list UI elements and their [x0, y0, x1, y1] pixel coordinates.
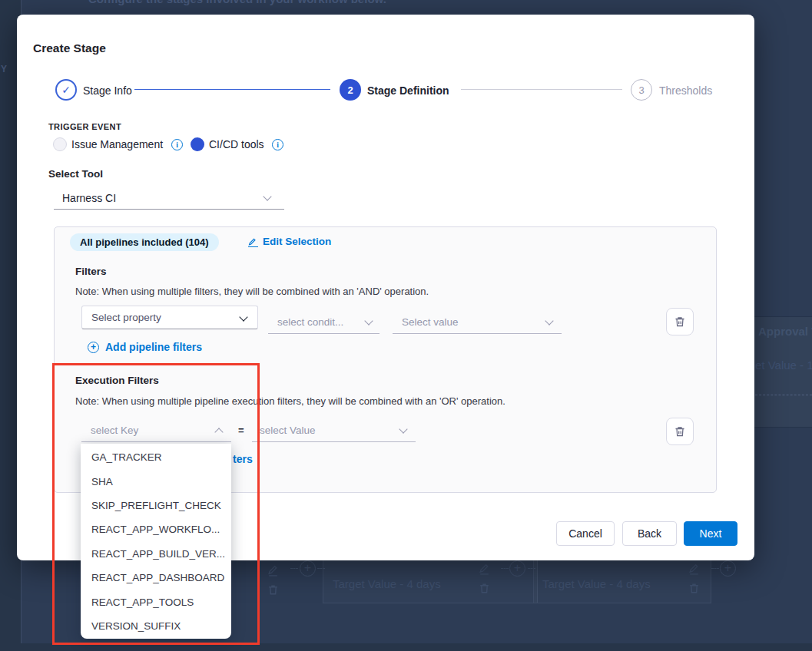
chevron-down-icon	[263, 192, 271, 200]
chevron-down-icon	[364, 316, 373, 325]
step-number: 2	[347, 84, 353, 96]
background-approval-time-label: Approval Ti	[758, 325, 812, 338]
pencil-icon	[688, 563, 701, 576]
dropdown-option[interactable]: REACT_APP_WORKFLO...	[81, 517, 231, 541]
trigger-event-label: TRIGGER EVENT	[48, 122, 121, 131]
step-todo-badge[interactable]: 3	[631, 79, 652, 101]
chevron-down-icon	[239, 312, 247, 321]
step-done-icon[interactable]: ✓	[55, 79, 77, 101]
execution-key-placeholder: select Key	[81, 425, 138, 436]
execution-filters-note: Note: When using multiple pipeline execu…	[75, 395, 505, 407]
step-label-stage-info: Stage Info	[83, 84, 132, 97]
step-label-stage-definition: Stage Definition	[367, 84, 449, 97]
dropdown-option[interactable]: GA_TRACKER	[81, 445, 231, 469]
edit-selection-link[interactable]: Edit Selection	[248, 236, 331, 247]
dropdown-option[interactable]: REACT_APP_TOOLS	[81, 590, 231, 613]
workflow-screen: Configure the stages involved in your wo…	[0, 0, 812, 651]
delete-execution-filter-button[interactable]	[666, 418, 694, 445]
trash-icon	[688, 582, 701, 595]
select-tool-label: Select Tool	[48, 168, 103, 180]
execution-filters-heading: Execution Filters	[75, 375, 159, 386]
filters-heading: Filters	[75, 266, 107, 277]
add-execution-filters-link-partial[interactable]: ters	[233, 453, 253, 465]
background-target-value-label: et Value - 1	[755, 359, 812, 372]
trash-icon	[478, 582, 491, 595]
tool-select-value: Harness CI	[54, 192, 116, 204]
dropdown-option[interactable]: REACT_APP_BUILD_VER...	[81, 542, 231, 566]
step-label-thresholds: Thresholds	[659, 84, 712, 97]
execution-value-select[interactable]: select Value	[252, 419, 416, 442]
stepper-connector	[461, 89, 622, 90]
modal-title: Create Stage	[33, 41, 106, 55]
step-number: 3	[638, 84, 644, 96]
next-button[interactable]: Next	[684, 521, 737, 546]
connector-dash	[711, 568, 719, 569]
dropdown-option[interactable]: SHA	[81, 469, 231, 493]
trash-icon	[674, 316, 686, 328]
plus-circle-icon: +	[88, 342, 99, 353]
radio-issue-management-label[interactable]: Issue Management	[71, 138, 163, 150]
property-select-placeholder: Select property	[91, 312, 161, 323]
dropdown-option[interactable]: VERSION_SUFFIX	[81, 614, 231, 638]
add-pipeline-filters-link[interactable]: + Add pipeline filters	[88, 341, 202, 353]
chevron-up-icon	[214, 428, 223, 436]
dropdown-option[interactable]: REACT_APP_DASHBOARD	[81, 566, 231, 590]
check-icon: ✓	[61, 84, 71, 96]
pipelines-included-pill[interactable]: All pipelines included (104)	[70, 233, 219, 251]
background-page-subtitle: Configure the stages involved in your wo…	[88, 0, 386, 5]
condition-select-placeholder: select condit...	[268, 316, 343, 328]
info-icon[interactable]: i	[171, 139, 183, 150]
background-sidebar-letter: Y	[1, 64, 7, 74]
execution-value-placeholder: select Value	[252, 425, 316, 436]
background-bottom-strip	[0, 643, 812, 651]
chevron-down-icon	[399, 425, 407, 433]
equals-sign: =	[238, 425, 244, 436]
info-icon[interactable]: i	[272, 139, 283, 150]
radio-cicd-tools[interactable]	[191, 137, 204, 151]
back-button[interactable]: Back	[622, 521, 677, 546]
stage-card-label: Target Value - 4 days	[333, 577, 441, 590]
edit-selection-label: Edit Selection	[263, 236, 331, 247]
chevron-down-icon	[545, 316, 553, 325]
execution-key-select[interactable]: select Key	[81, 419, 231, 442]
delete-filter-button[interactable]	[666, 308, 694, 335]
connector-dash	[290, 568, 298, 569]
stepper-connector	[134, 89, 330, 90]
connector-dash	[501, 568, 509, 569]
add-stage-icon: +	[300, 560, 316, 577]
background-dashed-divider	[755, 395, 812, 395]
add-stage-icon: +	[509, 560, 525, 577]
add-stage-icon: +	[720, 560, 736, 577]
condition-select[interactable]: select condit...	[268, 311, 379, 334]
trash-icon	[267, 583, 280, 596]
radio-issue-management[interactable]	[53, 137, 67, 151]
step-active-badge[interactable]: 2	[340, 79, 361, 101]
trash-icon	[674, 425, 686, 438]
stage-card-label: Target Value - 4 days	[542, 577, 651, 590]
execution-key-dropdown: GA_TRACKER SHA SKIP_PREFLIGHT_CHECK REAC…	[81, 444, 231, 639]
pencil-icon	[478, 563, 491, 576]
value-select-placeholder: Select value	[393, 316, 459, 328]
edit-icon	[248, 236, 258, 247]
property-select[interactable]: Select property	[81, 306, 258, 329]
radio-cicd-tools-label[interactable]: CI/CD tools	[209, 138, 264, 150]
filters-note: Note: When using multiple filters, they …	[75, 286, 429, 297]
cancel-button[interactable]: Cancel	[556, 521, 615, 546]
add-pipeline-filters-label: Add pipeline filters	[105, 341, 202, 353]
pencil-icon	[267, 564, 280, 577]
tool-select[interactable]: Harness CI	[54, 187, 284, 210]
value-select[interactable]: Select value	[393, 311, 562, 334]
dropdown-option[interactable]: SKIP_PREFLIGHT_CHECK	[81, 494, 231, 517]
